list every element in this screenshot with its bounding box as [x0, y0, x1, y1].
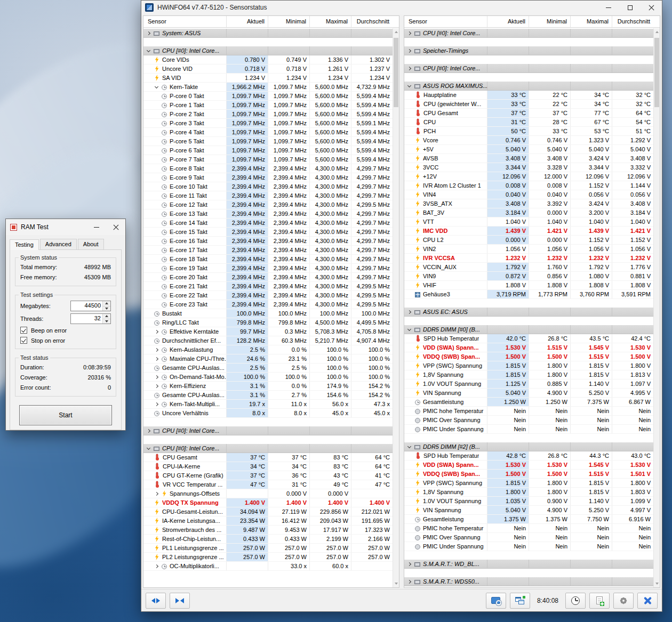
expand-chevron-icon[interactable] [155, 402, 158, 406]
sensor-row[interactable]: PMIC Under SpannungNeinNeinNeinNein [404, 425, 653, 434]
expand-chevron-icon[interactable] [407, 49, 411, 52]
sensor-row[interactable]: E-core 13 Takt2,399.4 MHz2,399.4 MHz4,30… [143, 209, 393, 219]
sensor-row[interactable]: VHIF1.808 V1.808 V1.808 V1.808 V [404, 281, 653, 290]
expand-chevron-icon[interactable] [407, 562, 411, 566]
sensor-row[interactable]: 1.0V VOUT Spannung1.125 V0.885 V1.140 V1… [404, 379, 653, 389]
sensor-row[interactable]: Core VIDs0.780 V0.749 V1.336 V1.302 V [143, 55, 393, 64]
sensor-row[interactable]: Gesamtleistung1.250 W1.250 W7.375 W6.867… [404, 398, 653, 407]
sensor-group-row[interactable]: S.M.A.R.T.: WD_BL... [404, 560, 653, 569]
expand-chevron-icon[interactable] [155, 384, 158, 387]
sensor-row[interactable]: P-core 1 Takt1,099.7 MHz1,099.7 MHz5,600… [143, 101, 393, 110]
sensor-group-row[interactable]: ASUS ROG MAXIMUS... [404, 82, 653, 91]
scroll-up-icon[interactable] [655, 31, 659, 33]
sensor-group-row[interactable]: ASUS EC: ASUS [404, 308, 653, 317]
sensor-row[interactable]: Kern-Takte1,966.2 MHz1,099.7 MHz5,600.0 … [143, 83, 393, 92]
sensor-group-row[interactable]: CPU [#0]: Intel Core... [143, 426, 393, 435]
sensor-row[interactable]: 1.0V VOUT Spannung1.035 V0.900 V1.140 V1… [404, 497, 653, 506]
sensor-row[interactable]: E-core 20 Takt2,399.4 MHz2,399.4 MHz4,30… [143, 273, 393, 282]
sensor-windows-button[interactable] [510, 593, 530, 609]
sensor-row[interactable]: Bustakt100.0 MHz100.0 MHz100.0 MHz100.0 … [143, 309, 393, 318]
sensor-row[interactable]: E-core 8 Takt2,399.4 MHz2,399.4 MHz4,300… [143, 164, 393, 173]
expand-chevron-icon[interactable] [155, 375, 158, 378]
sensor-row[interactable]: 1,8V Spannung1.800 V1.800 V1.815 V1.803 … [404, 488, 653, 497]
sensor-row[interactable]: IVR Atom L2 Cluster 10.008 V0.008 V1.152… [404, 181, 653, 190]
megabytes-stepper[interactable]: 44500 [70, 301, 111, 311]
sensor-row[interactable]: VDD (SWA) Spann...1.530 V1.530 V1.545 V1… [404, 461, 653, 470]
sensor-row[interactable]: E-core 18 Takt2,399.4 MHz2,399.4 MHz4,30… [143, 255, 393, 264]
collapse-chevron-icon[interactable] [147, 48, 150, 52]
sensor-row[interactable]: AVSB3.408 V3.408 V3.424 V3.408 V [404, 154, 653, 163]
sensor-row[interactable]: VIN Spannung5.040 V4.900 V5.250 V4.995 V [404, 389, 653, 398]
sensor-row[interactable]: CPU Gesamt37 °C37 °C83 °C64 °C [143, 453, 393, 462]
column-sensor[interactable]: Sensor [404, 16, 487, 27]
sensor-row[interactable]: IA-Kerne Leistungsa...23.354 W16.412 W20… [143, 516, 393, 526]
collapse-chevron-icon[interactable] [407, 327, 411, 330]
sensor-row[interactable]: VPP (SWC) Spannung1.815 V1.800 V1.815 V1… [404, 479, 653, 488]
expand-chevron-icon[interactable] [155, 564, 158, 568]
column-aktuell[interactable]: Aktuell [487, 16, 529, 27]
sensor-row[interactable]: +12V12.096 V12.000 V12.096 V12.096 V [404, 172, 653, 181]
scrollbar-thumb[interactable] [394, 38, 398, 107]
sensor-row[interactable]: VCCIN_AUX1.792 V1.760 V1.792 V1.776 V [404, 263, 653, 272]
sensor-row[interactable]: Gesamte CPU-Auslas...2.5 %2.5 %100.0 %10… [143, 363, 393, 373]
sensor-row[interactable]: SPD Hub Temperatur42.8 °C26.8 °C44.3 °C4… [404, 451, 653, 461]
sensor-row[interactable]: Kern-Effizienz3.1 %0.0 %174.9 %154.2 % [143, 382, 393, 391]
collapse-chevron-icon[interactable] [407, 444, 411, 448]
expand-chevron-icon[interactable] [407, 66, 411, 70]
sensor-row[interactable]: OC-Multiplikatorli...33.0 x60.0 x [143, 562, 393, 571]
close-sensors-button[interactable] [637, 593, 658, 609]
sensor-row[interactable]: Durchschnittlicher Ef...128.2 MHz60.3 MH… [143, 336, 393, 345]
sensor-group-row[interactable]: S.M.A.R.T.: WDS50... [404, 577, 653, 586]
sensor-row[interactable]: CPU31 °C28 °C67 °C54 °C [404, 118, 653, 127]
sensor-row[interactable]: Uncore Verhältnis8.0 x8.0 x45.0 x45.0 x [143, 409, 393, 418]
sensor-row[interactable]: E-core 9 Takt2,399.4 MHz2,399.4 MHz4,300… [143, 173, 393, 182]
sensor-row[interactable]: E-core 19 Takt2,399.4 MHz2,399.4 MHz4,30… [143, 264, 393, 273]
threads-value[interactable]: 32 [71, 314, 102, 324]
column-durchschnitt[interactable]: Durchschnitt [351, 16, 393, 27]
expand-chevron-icon[interactable] [147, 31, 150, 35]
expand-chevron-icon[interactable] [407, 31, 411, 35]
sensor-group-row[interactable]: Speicher-Timings [404, 46, 653, 55]
sensor-row[interactable]: 3VSB_ATX3.408 V3.392 V3.424 V3.408 V [404, 199, 653, 208]
sensor-row[interactable]: PL2 Leistungsgrenze ...257.0 W257.0 W257… [143, 553, 393, 562]
sensor-row[interactable]: VDDQ (SWB) Span...1.500 V1.500 V1.515 V1… [404, 352, 653, 361]
sensor-row[interactable]: Uncore VID0.718 V0.718 V1.261 V1.237 V [143, 64, 393, 74]
vertical-scrollbar[interactable] [393, 28, 399, 587]
sensor-row[interactable]: SPD Hub Temperatur42.0 °C26.8 °C43.5 °C4… [404, 334, 653, 343]
sensor-row[interactable]: E-core 10 Takt2,399.4 MHz2,399.4 MHz4,30… [143, 182, 393, 191]
sensor-row[interactable]: IMC VDD1.439 V1.421 V1.439 V1.421 V [404, 227, 653, 236]
sensor-row[interactable]: E-core 11 Takt2,399.4 MHz2,399.4 MHz4,30… [143, 191, 393, 200]
sensor-row[interactable]: E-core 14 Takt2,399.4 MHz2,399.4 MHz4,30… [143, 219, 393, 228]
beep-on-error-checkbox[interactable]: Beep on error [19, 325, 113, 335]
tab-about[interactable]: About [78, 239, 104, 249]
minimize-button[interactable] [598, 1, 619, 14]
expand-chevron-icon[interactable] [407, 310, 411, 313]
sensor-row[interactable]: VPP (SWC) Spannung1.815 V1.800 V1.815 V1… [404, 361, 653, 370]
close-button[interactable] [641, 1, 662, 14]
minimize-button[interactable] [87, 219, 106, 235]
tab-testing[interactable]: Testing [10, 239, 39, 250]
sensor-row[interactable]: P-core 7 Takt1,099.7 MHz1,099.7 MHz5,600… [143, 155, 393, 164]
column-durchschnitt[interactable]: Durchschnitt [612, 16, 653, 27]
sensor-row[interactable]: Vcore0.746 V0.746 V1.323 V1.292 V [404, 136, 653, 145]
sensor-row[interactable]: CPU-Gesamt-Leistun...34.094 W27.119 W229… [143, 507, 393, 516]
settings-button[interactable] [613, 593, 634, 609]
sensor-row[interactable]: PMIC Over SpannungNeinNeinNeinNein [404, 416, 653, 425]
vertical-scrollbar[interactable] [653, 28, 660, 587]
column-minimal[interactable]: Minimal [529, 16, 570, 27]
sensor-row[interactable]: E-core 21 Takt2,399.4 MHz2,399.4 MHz4,30… [143, 282, 393, 291]
sensor-row[interactable]: VIN90.872 V0.856 V1.080 V0.881 V [404, 272, 653, 281]
sensor-row[interactable]: PMIC hohe TemperaturNeinNeinNeinNein [404, 407, 653, 416]
scroll-down-icon[interactable] [395, 583, 398, 585]
scrollbar-thumb[interactable] [654, 38, 659, 107]
scroll-down-icon[interactable] [655, 583, 659, 585]
sensor-row[interactable]: CPU (gewichteter W...33 °C22 °C34 °C32 °… [404, 100, 653, 109]
sensor-row[interactable]: VIN Spannung5.040 V4.900 V5.250 V4.997 V [404, 506, 653, 515]
sensor-row[interactable]: P-core 3 Takt1,099.7 MHz1,099.7 MHz5,600… [143, 119, 393, 128]
sensor-group-row[interactable]: DDR5 DIMM [#2] (B... [404, 442, 653, 451]
sensor-row[interactable]: IVR VCCSA1.232 V1.232 V1.232 V1.232 V [404, 254, 653, 263]
column-minimal[interactable]: Minimal [268, 16, 309, 27]
sensor-row[interactable]: Maximale CPU-/Thre...24.6 %23.1 %100.0 %… [143, 354, 393, 363]
threads-stepper[interactable]: 32 [70, 313, 111, 324]
collapse-columns-button[interactable] [170, 593, 190, 609]
